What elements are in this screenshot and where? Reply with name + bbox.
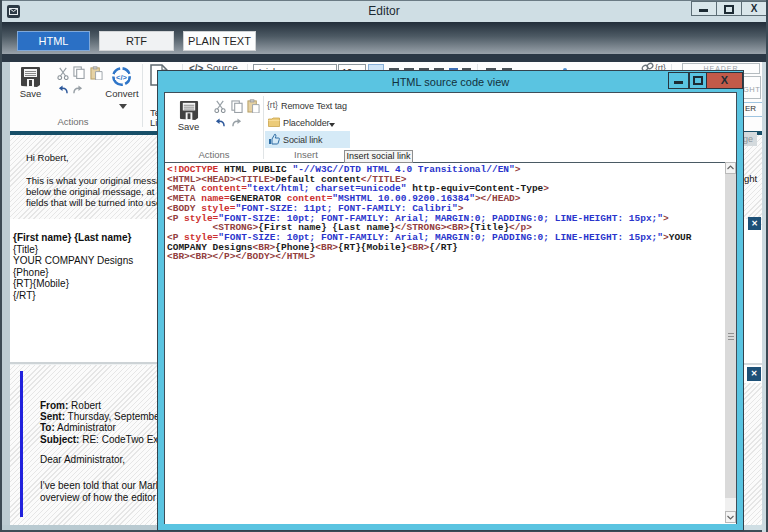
svg-text:</>: </> [116,73,127,82]
